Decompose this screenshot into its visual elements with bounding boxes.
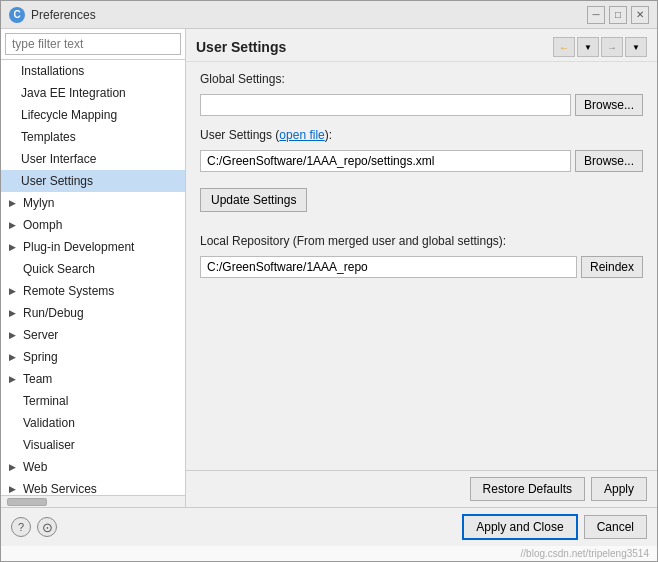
global-browse-button[interactable]: Browse... <box>575 94 643 116</box>
apply-button[interactable]: Apply <box>591 477 647 501</box>
tree-item-web[interactable]: ▶ Web <box>1 456 185 478</box>
window-controls: ─ □ ✕ <box>587 6 649 24</box>
expand-arrow-run-debug: ▶ <box>9 304 19 322</box>
tree-item-visualiser[interactable]: ▶ Visualiser <box>1 434 185 456</box>
user-settings-section: User Settings (open file): Browse... <box>200 128 643 172</box>
tree-item-lifecycle[interactable]: Lifecycle Mapping <box>1 104 185 126</box>
tree-item-validation[interactable]: ▶ Validation <box>1 412 185 434</box>
forward-button[interactable]: → <box>601 37 623 57</box>
tree-item-templates[interactable]: Templates <box>1 126 185 148</box>
local-repo-section: Local Repository (From merged user and g… <box>200 234 643 278</box>
user-browse-button[interactable]: Browse... <box>575 150 643 172</box>
user-settings-label-text: User Settings ( <box>200 128 279 142</box>
main-content: Installations Java EE Integration Lifecy… <box>1 29 657 507</box>
open-file-link[interactable]: open file <box>279 128 324 142</box>
global-settings-input[interactable] <box>200 94 571 116</box>
expand-arrow-oomph: ▶ <box>9 216 19 234</box>
back-dropdown-button[interactable]: ▼ <box>577 37 599 57</box>
tree-item-run-debug[interactable]: ▶ Run/Debug <box>1 302 185 324</box>
tree-item-remote-systems[interactable]: ▶ Remote Systems <box>1 280 185 302</box>
nav-buttons: ← ▼ → ▼ <box>553 37 647 57</box>
app-icon: C <box>9 7 25 23</box>
global-settings-section: Global Settings: Browse... <box>200 72 643 116</box>
global-settings-input-row: Browse... <box>200 94 643 116</box>
right-content: Global Settings: Browse... User Settings… <box>186 62 657 470</box>
filter-bar <box>1 29 185 60</box>
expand-arrow-team: ▶ <box>9 370 19 388</box>
h-scrollbar[interactable] <box>1 495 185 507</box>
tree-item-quick-search[interactable]: ▶ Quick Search <box>1 258 185 280</box>
expand-arrow-web-services: ▶ <box>9 480 19 495</box>
preferences-info-button[interactable]: ⊙ <box>37 517 57 537</box>
update-settings-row: Update Settings <box>200 184 643 212</box>
title-bar-left: C Preferences <box>9 7 96 23</box>
update-settings-button[interactable]: Update Settings <box>200 188 307 212</box>
tree-item-java-ee[interactable]: Java EE Integration <box>1 82 185 104</box>
tree-item-oomph[interactable]: ▶ Oomph <box>1 214 185 236</box>
expand-arrow-server: ▶ <box>9 326 19 344</box>
preferences-window: C Preferences ─ □ ✕ Installations Java E… <box>0 0 658 562</box>
user-settings-input-row: Browse... <box>200 150 643 172</box>
footer-bar: ? ⊙ Apply and Close Cancel <box>1 507 657 546</box>
user-settings-label-end: ): <box>325 128 332 142</box>
right-header: User Settings ← ▼ → ▼ <box>186 29 657 62</box>
back-button[interactable]: ← <box>553 37 575 57</box>
expand-arrow-plugin-dev: ▶ <box>9 238 19 256</box>
local-repo-input-row: Reindex <box>200 256 643 278</box>
tree-container[interactable]: Installations Java EE Integration Lifecy… <box>1 60 185 495</box>
tree-item-user-settings[interactable]: User Settings <box>1 170 185 192</box>
tree-item-terminal[interactable]: ▶ Terminal <box>1 390 185 412</box>
panel-title: User Settings <box>196 39 286 55</box>
help-button[interactable]: ? <box>11 517 31 537</box>
footer-right: Apply and Close Cancel <box>462 514 647 540</box>
filter-input[interactable] <box>5 33 181 55</box>
global-settings-label: Global Settings: <box>200 72 643 86</box>
expand-arrow-web: ▶ <box>9 458 19 476</box>
close-button[interactable]: ✕ <box>631 6 649 24</box>
expand-arrow-mylyn: ▶ <box>9 194 19 212</box>
expand-arrow-remote-systems: ▶ <box>9 282 19 300</box>
apply-and-close-button[interactable]: Apply and Close <box>462 514 577 540</box>
maximize-button[interactable]: □ <box>609 6 627 24</box>
tree-item-spring[interactable]: ▶ Spring <box>1 346 185 368</box>
left-panel: Installations Java EE Integration Lifecy… <box>1 29 186 507</box>
right-panel-wrapper: User Settings ← ▼ → ▼ Global Settings: B… <box>186 29 657 507</box>
footer-left: ? ⊙ <box>11 517 57 537</box>
reindex-button[interactable]: Reindex <box>581 256 643 278</box>
restore-defaults-button[interactable]: Restore Defaults <box>470 477 585 501</box>
tree-item-user-interface[interactable]: User Interface <box>1 148 185 170</box>
window-title: Preferences <box>31 8 96 22</box>
user-settings-input[interactable] <box>200 150 571 172</box>
watermark: //blog.csdn.net/tripeleng3514 <box>1 546 657 561</box>
tree-item-web-services[interactable]: ▶ Web Services <box>1 478 185 495</box>
user-settings-label: User Settings (open file): <box>200 128 643 142</box>
tree-item-server[interactable]: ▶ Server <box>1 324 185 346</box>
expand-arrow-spring: ▶ <box>9 348 19 366</box>
bottom-actions-bar: Restore Defaults Apply <box>186 470 657 507</box>
tree-item-plugin-dev[interactable]: ▶ Plug-in Development <box>1 236 185 258</box>
minimize-button[interactable]: ─ <box>587 6 605 24</box>
h-scrollbar-thumb[interactable] <box>7 498 47 506</box>
tree-item-installations[interactable]: Installations <box>1 60 185 82</box>
forward-dropdown-button[interactable]: ▼ <box>625 37 647 57</box>
local-repo-input[interactable] <box>200 256 577 278</box>
local-repo-label: Local Repository (From merged user and g… <box>200 234 643 248</box>
cancel-button[interactable]: Cancel <box>584 515 647 539</box>
tree-item-team[interactable]: ▶ Team <box>1 368 185 390</box>
title-bar: C Preferences ─ □ ✕ <box>1 1 657 29</box>
tree-item-mylyn[interactable]: ▶ Mylyn <box>1 192 185 214</box>
